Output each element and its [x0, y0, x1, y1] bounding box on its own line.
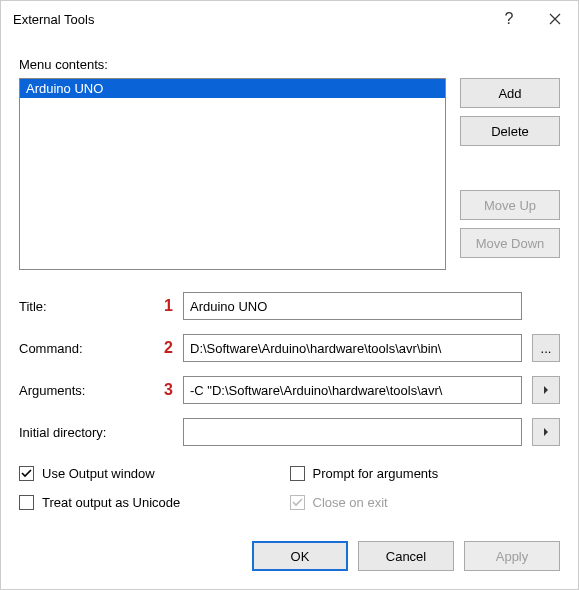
close-icon	[548, 12, 562, 26]
close-button[interactable]	[532, 1, 578, 37]
add-button[interactable]: Add	[460, 78, 560, 108]
command-row: Command: 2 ...	[19, 334, 560, 362]
prompt-args-checkbox[interactable]: Prompt for arguments	[290, 466, 561, 481]
arguments-menu-button[interactable]	[532, 376, 560, 404]
help-button[interactable]: ?	[486, 1, 532, 37]
arguments-row: Arguments: 3	[19, 376, 560, 404]
external-tools-dialog: External Tools ? Menu contents: Arduino …	[0, 0, 579, 590]
marker-2: 2	[159, 339, 173, 357]
check-icon	[292, 497, 303, 508]
checkbox-label: Treat output as Unicode	[42, 495, 180, 510]
help-icon: ?	[505, 10, 514, 28]
treat-unicode-checkbox[interactable]: Treat output as Unicode	[19, 495, 290, 510]
command-label: Command:	[19, 341, 149, 356]
ok-button[interactable]: OK	[252, 541, 348, 571]
delete-button[interactable]: Delete	[460, 116, 560, 146]
menu-contents-list[interactable]: Arduino UNO	[19, 78, 446, 270]
initial-dir-label: Initial directory:	[19, 425, 149, 440]
checkbox-box	[19, 466, 34, 481]
initial-dir-row: Initial directory:	[19, 418, 560, 446]
side-buttons: Add Delete Move Up Move Down	[460, 78, 560, 270]
close-exit-checkbox: Close on exit	[290, 495, 561, 510]
arguments-label: Arguments:	[19, 383, 149, 398]
list-item[interactable]: Arduino UNO	[20, 79, 445, 98]
titlebar: External Tools ?	[1, 1, 578, 37]
command-field[interactable]	[183, 334, 522, 362]
cancel-button[interactable]: Cancel	[358, 541, 454, 571]
menu-contents-label: Menu contents:	[19, 57, 560, 72]
marker-1: 1	[159, 297, 173, 315]
ellipsis-icon: ...	[541, 341, 552, 356]
checkbox-box	[19, 495, 34, 510]
title-label: Title:	[19, 299, 149, 314]
window-title: External Tools	[13, 12, 486, 27]
initial-dir-field[interactable]	[183, 418, 522, 446]
footer-buttons: OK Cancel Apply	[1, 541, 578, 589]
checkbox-label: Close on exit	[313, 495, 388, 510]
move-down-button: Move Down	[460, 228, 560, 258]
top-row: Arduino UNO Add Delete Move Up Move Down	[19, 78, 560, 270]
apply-button: Apply	[464, 541, 560, 571]
initial-dir-menu-button[interactable]	[532, 418, 560, 446]
marker-3: 3	[159, 381, 173, 399]
checkbox-box	[290, 466, 305, 481]
arrow-right-icon	[541, 427, 551, 437]
arrow-right-icon	[541, 385, 551, 395]
check-icon	[21, 468, 32, 479]
checkbox-box	[290, 495, 305, 510]
use-output-checkbox[interactable]: Use Output window	[19, 466, 290, 481]
title-field[interactable]	[183, 292, 522, 320]
arguments-field[interactable]	[183, 376, 522, 404]
checkbox-label: Use Output window	[42, 466, 155, 481]
move-up-button: Move Up	[460, 190, 560, 220]
checkbox-label: Prompt for arguments	[313, 466, 439, 481]
content-area: Menu contents: Arduino UNO Add Delete Mo…	[1, 37, 578, 541]
form-section: Title: 1 Command: 2 ... Arguments: 3	[19, 292, 560, 446]
command-browse-button[interactable]: ...	[532, 334, 560, 362]
title-row: Title: 1	[19, 292, 560, 320]
checkbox-section: Use Output window Prompt for arguments T…	[19, 466, 560, 510]
